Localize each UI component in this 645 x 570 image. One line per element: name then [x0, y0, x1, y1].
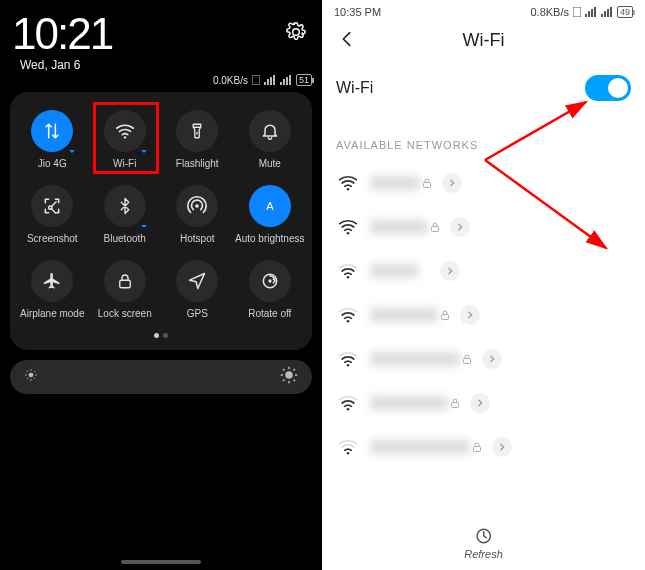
- data-toggle-circle[interactable]: [31, 110, 73, 152]
- refresh-button[interactable]: Refresh: [464, 526, 503, 560]
- svg-point-37: [347, 408, 350, 411]
- network-row[interactable]: [330, 293, 637, 337]
- svg-rect-6: [120, 280, 131, 288]
- svg-text:A: A: [266, 200, 274, 212]
- airplane-toggle-circle[interactable]: [31, 260, 73, 302]
- data-toggle-label: Jio 4G: [38, 158, 67, 169]
- bluetooth-toggle-circle[interactable]: [104, 185, 146, 227]
- hotspot-toggle-circle[interactable]: [176, 185, 218, 227]
- mute-toggle[interactable]: Mute: [234, 106, 307, 175]
- available-networks-label: AVAILABLE NETWORKS: [330, 111, 637, 161]
- network-row[interactable]: [330, 205, 637, 249]
- screenshot-toggle-circle[interactable]: [31, 185, 73, 227]
- lock-icon: [420, 176, 434, 190]
- network-name: [370, 396, 448, 410]
- svg-rect-38: [452, 403, 459, 408]
- wifi-toggle[interactable]: Wi-Fi: [89, 106, 162, 175]
- nav-handle[interactable]: [121, 560, 201, 564]
- chevron-right-icon[interactable]: [450, 217, 470, 237]
- refresh-icon: [474, 526, 494, 546]
- wifi-strength-icon: [336, 394, 360, 412]
- clock: 10:21: [12, 12, 112, 56]
- svg-point-1: [124, 136, 126, 138]
- chevron-right-icon[interactable]: [492, 437, 512, 457]
- rotate-toggle-circle[interactable]: [249, 260, 291, 302]
- screenshot-toggle[interactable]: Screenshot: [16, 181, 89, 250]
- wifi-strength-icon: [336, 350, 360, 368]
- auto-brightness-toggle-label: Auto brightness: [235, 233, 305, 244]
- settings-button[interactable]: [286, 12, 310, 46]
- auto-brightness-toggle-circle[interactable]: A: [249, 185, 291, 227]
- svg-rect-34: [442, 315, 449, 320]
- gps-toggle[interactable]: GPS: [161, 256, 234, 325]
- svg-point-3: [195, 204, 199, 208]
- network-row[interactable]: [330, 161, 637, 205]
- network-row[interactable]: [330, 425, 637, 469]
- flashlight-toggle[interactable]: Flashlight: [161, 106, 234, 175]
- mute-toggle-circle[interactable]: [249, 110, 291, 152]
- network-list: [330, 161, 637, 469]
- signal-icon: [585, 7, 597, 17]
- signal-icon: [264, 75, 276, 85]
- network-row[interactable]: [330, 381, 637, 425]
- sim-icon: [252, 75, 260, 85]
- network-row[interactable]: [330, 249, 637, 293]
- lock-icon: [470, 440, 484, 454]
- airplane-toggle[interactable]: Airplane mode: [16, 256, 89, 325]
- screen-header: Wi-Fi: [330, 26, 637, 65]
- svg-line-24: [294, 380, 296, 382]
- signal-icon-2: [601, 7, 613, 17]
- signal-icon-2: [280, 75, 292, 85]
- network-row[interactable]: [330, 337, 637, 381]
- screenshot-toggle-label: Screenshot: [27, 233, 78, 244]
- mute-toggle-label: Mute: [259, 158, 281, 169]
- chevron-right-icon[interactable]: [460, 305, 480, 325]
- quick-settings-panel: Jio 4GWi-FiFlashlightMuteScreenshotBluet…: [10, 92, 312, 350]
- wifi-toggle-label: Wi-Fi: [113, 158, 136, 169]
- bluetooth-toggle-label: Bluetooth: [104, 233, 146, 244]
- lock-toggle-circle[interactable]: [104, 260, 146, 302]
- lock-icon: [428, 220, 442, 234]
- lock-icon: [448, 396, 462, 410]
- chevron-left-icon: [336, 28, 358, 50]
- network-name: [370, 440, 470, 454]
- chevron-right-icon[interactable]: [440, 261, 460, 281]
- svg-line-25: [283, 380, 285, 382]
- rotate-toggle[interactable]: Rotate off: [234, 256, 307, 325]
- flashlight-toggle-circle[interactable]: [176, 110, 218, 152]
- gps-toggle-circle[interactable]: [176, 260, 218, 302]
- lock-icon: [438, 308, 452, 322]
- net-speed: 0.0KB/s: [213, 75, 248, 86]
- hotspot-toggle[interactable]: Hotspot: [161, 181, 234, 250]
- svg-point-28: [347, 188, 350, 191]
- wifi-master-row[interactable]: Wi-Fi: [330, 65, 637, 111]
- wifi-toggle-switch[interactable]: [585, 75, 631, 101]
- chevron-right-icon[interactable]: [442, 173, 462, 193]
- wifi-strength-icon: [336, 438, 360, 456]
- refresh-label: Refresh: [464, 548, 503, 560]
- gps-toggle-label: GPS: [187, 308, 208, 319]
- network-name: [370, 308, 438, 322]
- auto-brightness-toggle[interactable]: AAuto brightness: [234, 181, 307, 250]
- wifi-settings-screen: 10:35 PM 0.8KB/s 49 Wi-Fi Wi-Fi AVAILABL…: [322, 0, 645, 570]
- bluetooth-toggle[interactable]: Bluetooth: [89, 181, 162, 250]
- svg-rect-40: [474, 447, 481, 452]
- network-name: [370, 352, 460, 366]
- svg-line-26: [294, 369, 296, 371]
- flashlight-toggle-label: Flashlight: [176, 158, 219, 169]
- wifi-strength-icon: [336, 218, 360, 236]
- svg-line-23: [283, 369, 285, 371]
- chevron-right-icon[interactable]: [470, 393, 490, 413]
- svg-line-14: [27, 371, 28, 372]
- svg-line-15: [34, 378, 35, 379]
- brightness-slider[interactable]: [10, 360, 312, 394]
- back-button[interactable]: [336, 28, 358, 54]
- wifi-toggle-circle[interactable]: [104, 110, 146, 152]
- svg-rect-29: [424, 183, 431, 188]
- sim-icon: [573, 7, 581, 17]
- svg-point-39: [347, 452, 350, 455]
- chevron-right-icon[interactable]: [482, 349, 502, 369]
- svg-line-16: [27, 378, 28, 379]
- data-toggle[interactable]: Jio 4G: [16, 106, 89, 175]
- lock-toggle[interactable]: Lock screen: [89, 256, 162, 325]
